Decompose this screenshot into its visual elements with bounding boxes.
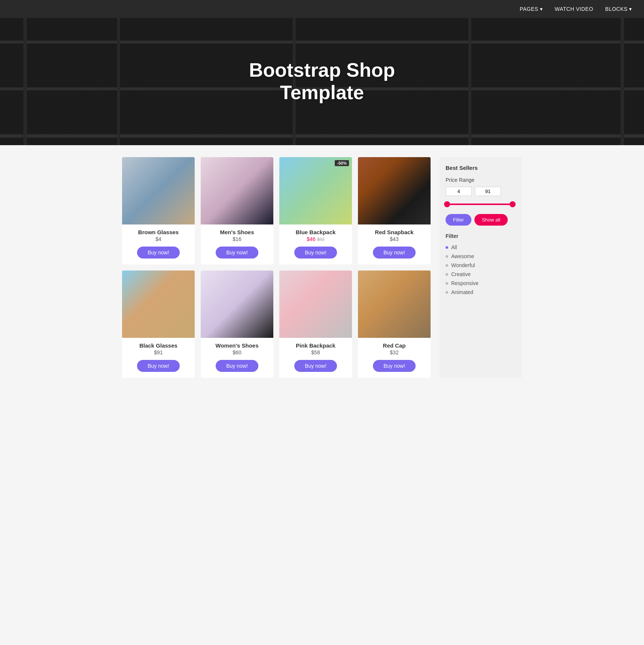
price-range-inputs	[446, 187, 516, 196]
svg-rect-0	[0, 134, 644, 138]
product-name: Women's Shoes	[216, 342, 259, 349]
range-slider[interactable]	[446, 201, 516, 208]
product-price: $32	[390, 349, 398, 355]
product-card-red-snapback: Red Snapback $43 Buy now!	[358, 157, 431, 265]
price-max-input[interactable]	[475, 187, 501, 196]
range-thumb-left[interactable]	[444, 201, 450, 207]
product-image-black-glasses	[122, 270, 195, 338]
show-all-button[interactable]: Show all	[474, 214, 508, 226]
range-thumb-right[interactable]	[510, 201, 516, 207]
product-card-womens-shoes: Women's Shoes $60 Buy now!	[201, 270, 273, 378]
filter-item-all[interactable]: All	[446, 243, 516, 252]
product-image-blue-backpack: -50%	[279, 157, 352, 224]
product-name: Red Cap	[383, 342, 406, 349]
product-price: $58	[311, 349, 320, 355]
svg-rect-3	[24, 18, 27, 145]
filter-item-responsive[interactable]: Responsive	[446, 279, 516, 288]
product-name: Blue Backpack	[296, 229, 336, 235]
products-grid: Brown Glasses $4 Buy now! Men's Shoes $1…	[122, 157, 431, 378]
products-area: Brown Glasses $4 Buy now! Men's Shoes $1…	[122, 157, 431, 378]
price-min-input[interactable]	[446, 187, 472, 196]
filter-item-creative[interactable]: Creative	[446, 270, 516, 279]
nav-watch-video[interactable]: WATCH VIDEO	[555, 6, 593, 12]
buy-button-black-glasses[interactable]: Buy now!	[137, 360, 180, 372]
sidebar-buttons: Filter Show all	[446, 214, 516, 226]
product-price: $16	[233, 236, 241, 242]
best-sellers-title: Best Sellers	[446, 165, 516, 171]
hero-title: Bootstrap Shop Template	[249, 59, 395, 104]
product-price: $60	[233, 349, 241, 355]
nav-pages[interactable]: PAGES ▾	[520, 6, 543, 12]
svg-rect-4	[117, 18, 120, 145]
product-image-red-cap	[358, 270, 431, 338]
buy-button-mens-shoes[interactable]: Buy now!	[216, 247, 258, 259]
buy-button-red-snapback[interactable]: Buy now!	[373, 247, 416, 259]
nav-blocks[interactable]: BLOCKS ▾	[605, 6, 632, 12]
product-price: $91	[154, 349, 162, 355]
svg-rect-7	[620, 18, 624, 145]
product-image-red-snapback	[358, 157, 431, 224]
filter-list: AllAwesomeWonderfulCreativeResponsiveAni…	[446, 243, 516, 297]
buy-button-pink-backpack[interactable]: Buy now!	[294, 360, 337, 372]
buy-button-blue-backpack[interactable]: Buy now!	[294, 247, 337, 259]
product-name: Men's Shoes	[220, 229, 254, 235]
hero-section: Bootstrap Shop Template	[0, 18, 644, 145]
buy-button-womens-shoes[interactable]: Buy now!	[216, 360, 258, 372]
buy-button-brown-glasses[interactable]: Buy now!	[137, 247, 180, 259]
range-fill	[447, 204, 513, 205]
product-name: Black Glasses	[139, 342, 177, 349]
product-name: Brown Glasses	[138, 229, 179, 235]
product-badge: -50%	[335, 160, 349, 166]
price-range-label: Price Range	[446, 177, 516, 183]
filter-item-wonderful[interactable]: Wonderful	[446, 261, 516, 270]
product-card-brown-glasses: Brown Glasses $4 Buy now!	[122, 157, 195, 265]
filter-item-animated[interactable]: Animated	[446, 288, 516, 297]
product-image-pink-backpack	[279, 270, 352, 338]
product-name: Pink Backpack	[296, 342, 335, 349]
product-name: Red Snapback	[375, 229, 413, 235]
product-card-red-cap: Red Cap $32 Buy now!	[358, 270, 431, 378]
product-price: $46$92	[307, 236, 324, 242]
product-price: $43	[390, 236, 398, 242]
product-card-pink-backpack: Pink Backpack $58 Buy now!	[279, 270, 352, 378]
product-price: $4	[155, 236, 161, 242]
main-container: Brown Glasses $4 Buy now! Men's Shoes $1…	[116, 145, 528, 390]
svg-rect-6	[468, 18, 471, 145]
filter-button[interactable]: Filter	[446, 214, 471, 226]
sidebar: Best Sellers Price Range Filter Show all…	[440, 157, 522, 378]
product-card-blue-backpack: -50% Blue Backpack $46$92 Buy now!	[279, 157, 352, 265]
buy-button-red-cap[interactable]: Buy now!	[373, 360, 416, 372]
filter-item-awesome[interactable]: Awesome	[446, 252, 516, 261]
product-card-black-glasses: Black Glasses $91 Buy now!	[122, 270, 195, 378]
navbar: PAGES ▾ WATCH VIDEO BLOCKS ▾	[0, 0, 644, 18]
filter-section-title: Filter	[446, 233, 516, 239]
product-image-mens-shoes	[201, 157, 273, 224]
svg-rect-2	[0, 41, 644, 44]
product-image-womens-shoes	[201, 270, 273, 338]
product-image-brown-glasses	[122, 157, 195, 224]
product-card-mens-shoes: Men's Shoes $16 Buy now!	[201, 157, 273, 265]
